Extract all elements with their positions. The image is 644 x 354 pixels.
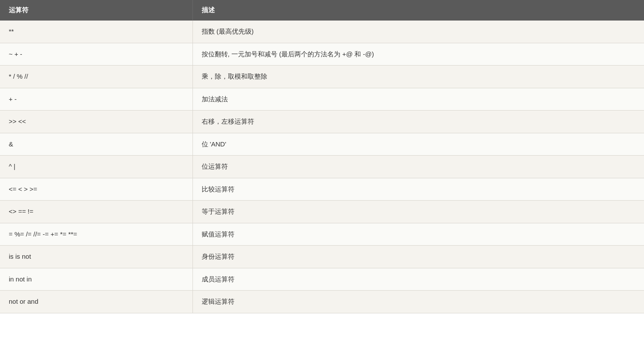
description-cell: 指数 (最高优先级)	[192, 21, 644, 43]
operator-cell: not or and	[0, 291, 192, 313]
description-cell: 右移，左移运算符	[192, 111, 644, 133]
operator-cell: <= < > >=	[0, 178, 192, 201]
operator-cell: ^ |	[0, 156, 192, 178]
operator-cell: * / % //	[0, 66, 192, 88]
operator-cell: = %= /= //= -= += *= **=	[0, 223, 192, 246]
table-row: **指数 (最高优先级)	[0, 21, 644, 43]
table-row: not or and逻辑运算符	[0, 291, 644, 313]
operator-cell: **	[0, 21, 192, 43]
description-cell: 按位翻转, 一元加号和减号 (最后两个的方法名为 +@ 和 -@)	[192, 43, 644, 66]
operators-table: 运算符 描述 **指数 (最高优先级)~ + -按位翻转, 一元加号和减号 (最…	[0, 0, 644, 313]
table-row: * / % //乘，除，取模和取整除	[0, 66, 644, 88]
description-cell: 比较运算符	[192, 178, 644, 201]
table-row: <> == !=等于运算符	[0, 201, 644, 223]
table-row: = %= /= //= -= += *= **=赋值运算符	[0, 223, 644, 246]
description-cell: 赋值运算符	[192, 223, 644, 246]
table-row: ~ + -按位翻转, 一元加号和减号 (最后两个的方法名为 +@ 和 -@)	[0, 43, 644, 66]
description-cell: 成员运算符	[192, 268, 644, 291]
operator-cell: + -	[0, 88, 192, 111]
description-cell: 逻辑运算符	[192, 291, 644, 313]
table-row: <= < > >=比较运算符	[0, 178, 644, 201]
description-cell: 加法减法	[192, 88, 644, 111]
operator-cell: is is not	[0, 246, 192, 268]
table-row: in not in成员运算符	[0, 268, 644, 291]
table-row: + -加法减法	[0, 88, 644, 111]
operator-cell: in not in	[0, 268, 192, 291]
description-cell: 位运算符	[192, 156, 644, 178]
description-cell: 等于运算符	[192, 201, 644, 223]
header-operator: 运算符	[0, 0, 192, 21]
operator-cell: <> == !=	[0, 201, 192, 223]
header-description: 描述	[192, 0, 644, 21]
description-cell: 位 'AND'	[192, 133, 644, 156]
table-row: &位 'AND'	[0, 133, 644, 156]
operator-cell: >> <<	[0, 111, 192, 133]
table-row: ^ |位运算符	[0, 156, 644, 178]
description-cell: 身份运算符	[192, 246, 644, 268]
table-row: >> <<右移，左移运算符	[0, 111, 644, 133]
description-cell: 乘，除，取模和取整除	[192, 66, 644, 88]
operator-cell: &	[0, 133, 192, 156]
table-row: is is not身份运算符	[0, 246, 644, 268]
operator-cell: ~ + -	[0, 43, 192, 66]
